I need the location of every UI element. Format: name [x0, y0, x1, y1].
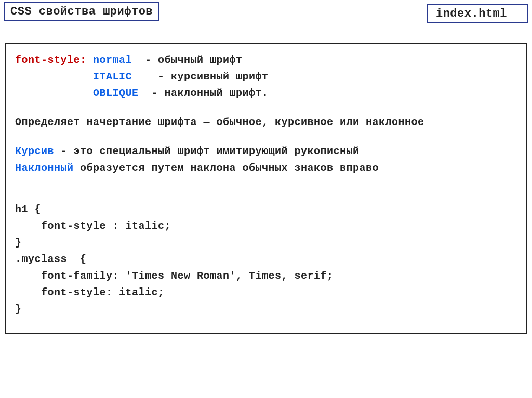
- kursiv-text: - это специальный шрифт имитирующий руко…: [54, 145, 360, 157]
- code-example: h1 { font-style : italic; } .myclass { f…: [15, 201, 517, 318]
- property-values-block: font-style: normal - обычный шрифт itali…: [15, 52, 517, 102]
- file-name: index.html: [427, 4, 528, 23]
- naklon-line: Наклонный образуется путем наклона обычн…: [15, 160, 517, 176]
- desc-italic: - курсивный шрифт: [158, 71, 269, 83]
- naklon-text: образуется путем наклона обычных знаков …: [74, 162, 379, 174]
- value-italic: italic: [93, 71, 132, 83]
- property-name: font-style:: [15, 54, 87, 66]
- definition-text: Определяет начертание шрифта — обычное, …: [15, 114, 517, 131]
- page-title: CSS свойства шрифтов: [4, 2, 159, 21]
- code-line-3: }: [15, 237, 22, 249]
- kursiv-line: Курсив - это специальный шрифт имитирующ…: [15, 143, 517, 160]
- desc-normal: - обычный шрифт: [145, 54, 243, 66]
- content-box: font-style: normal - обычный шрифт itali…: [5, 43, 527, 334]
- code-line-1: h1 {: [15, 203, 41, 215]
- code-line-2: font-style : italic;: [15, 220, 171, 232]
- value-normal: normal: [93, 54, 132, 66]
- naklon-label: Наклонный: [15, 162, 74, 174]
- code-line-7: }: [15, 303, 22, 315]
- header-row: CSS свойства шрифтов index.html: [0, 0, 532, 23]
- value-oblique: oblique: [93, 87, 139, 99]
- code-line-6: font-style: italic;: [15, 286, 165, 298]
- code-line-5: font-family: 'Times New Roman', Times, s…: [15, 270, 334, 282]
- desc-oblique: - наклонный шрифт.: [152, 87, 269, 99]
- code-line-4: .myclass {: [15, 253, 87, 265]
- kursiv-label: Курсив: [15, 145, 54, 157]
